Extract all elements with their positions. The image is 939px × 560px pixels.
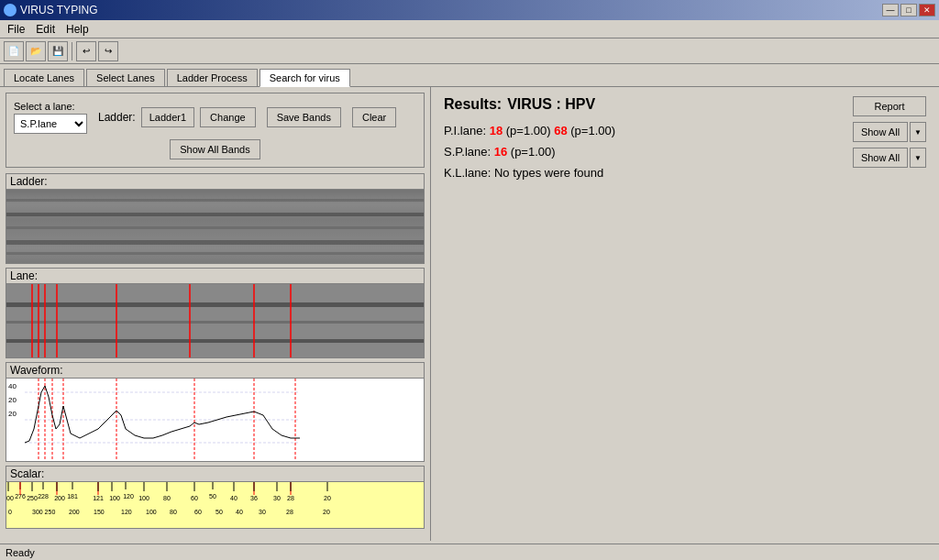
lane-select[interactable]: S.P.lane <box>14 114 87 134</box>
waveform-section: Waveform: 40 20 20 <box>6 362 425 462</box>
controls-area: Select a lane: S.P.lane Ladder: Ladder1 … <box>6 93 425 168</box>
results-title: Results: <box>444 96 502 113</box>
svg-text:150: 150 <box>94 509 105 515</box>
ladder-group: Ladder: Ladder1 Change <box>98 107 256 127</box>
svg-text:200: 200 <box>54 495 65 501</box>
kl-lane-label: K.L.lane: <box>444 166 491 180</box>
svg-text:100: 100 <box>138 495 149 501</box>
svg-text:250: 250 <box>27 495 38 501</box>
scalar-section: Scalar: 300 276 <box>6 466 425 529</box>
minimize-button[interactable]: — <box>882 4 899 16</box>
show-all-dropdown-1[interactable]: ▼ <box>910 122 926 142</box>
svg-rect-9 <box>6 339 424 343</box>
scalar-section-label: Scalar: <box>6 467 424 482</box>
waveform-content: 40 20 20 <box>6 379 424 461</box>
ladder-section: Ladder: <box>6 173 425 264</box>
pl-p1: (p=1.00) <box>506 124 551 137</box>
menu-edit[interactable]: Edit <box>30 21 61 38</box>
kl-text: No types were found <box>494 166 603 180</box>
toolbar: 📄 📂 💾 ↩ ↪ <box>0 38 939 64</box>
tab-locate-lanes[interactable]: Locate Lanes <box>4 69 84 86</box>
svg-text:200: 200 <box>69 509 80 515</box>
ladder-value: Ladder1 <box>141 107 194 127</box>
window-controls: — □ ✕ <box>882 4 935 16</box>
svg-text:20: 20 <box>323 509 330 515</box>
svg-rect-5 <box>6 252 424 255</box>
wf-label-20: 20 <box>6 396 17 404</box>
select-lane-label: Select a lane: <box>14 101 87 112</box>
toolbar-new[interactable]: 📄 <box>4 41 24 61</box>
svg-text:60: 60 <box>191 495 198 501</box>
svg-text:28: 28 <box>287 495 294 501</box>
svg-text:80: 80 <box>170 509 177 515</box>
main-content: Select a lane: S.P.lane Ladder: Ladder1 … <box>0 87 939 541</box>
toolbar-undo[interactable]: ↩ <box>76 41 96 61</box>
svg-rect-8 <box>6 321 424 324</box>
tab-search-for-virus[interactable]: Search for virus <box>260 69 350 87</box>
change-button[interactable]: Change <box>200 107 256 127</box>
svg-text:300 250: 300 250 <box>32 509 55 515</box>
sp-val: 16 <box>494 145 507 159</box>
menu-help[interactable]: Help <box>61 21 94 38</box>
toolbar-separator <box>72 42 72 60</box>
wf-label-40: 40 <box>6 382 17 390</box>
status-bar: Ready <box>0 544 939 560</box>
svg-rect-2 <box>6 213 424 216</box>
tabs-bar: Locate Lanes Select Lanes Ladder Process… <box>0 64 939 87</box>
toolbar-redo[interactable]: ↪ <box>98 41 118 61</box>
lane-selector-group: Select a lane: S.P.lane <box>14 101 87 134</box>
svg-text:28: 28 <box>286 509 293 515</box>
show-all-button-2[interactable]: Show All <box>853 148 908 168</box>
ladder-image <box>6 190 424 263</box>
right-buttons-area: Report Show All ▼ Show All ▼ <box>853 96 926 168</box>
svg-text:40: 40 <box>230 495 238 501</box>
close-button[interactable]: ✕ <box>919 4 935 16</box>
maximize-button[interactable]: □ <box>900 4 917 16</box>
svg-text:30: 30 <box>259 509 266 515</box>
svg-text:300: 300 <box>6 495 14 501</box>
pl-val1: 18 <box>490 124 503 137</box>
svg-text:120: 120 <box>123 493 134 500</box>
svg-text:40: 40 <box>236 509 243 515</box>
kl-lane-result: K.L.lane: No types were found <box>444 166 926 180</box>
svg-text:50: 50 <box>215 509 223 515</box>
sp-p: (p=1.00) <box>511 145 556 159</box>
svg-rect-7 <box>6 302 424 307</box>
toolbar-save[interactable]: 💾 <box>48 41 68 61</box>
svg-text:60: 60 <box>194 509 202 515</box>
show-all-dropdown-2[interactable]: ▼ <box>910 148 926 168</box>
tab-select-lanes[interactable]: Select Lanes <box>86 69 165 86</box>
window-title: VIRUS TYPING <box>20 4 97 16</box>
ladder-section-label: Ladder: <box>6 174 424 190</box>
svg-text:30: 30 <box>273 495 281 501</box>
menu-file[interactable]: File <box>2 21 30 38</box>
right-panel: Report Show All ▼ Show All ▼ Results: VI… <box>431 87 939 541</box>
svg-rect-29 <box>6 482 424 528</box>
svg-text:80: 80 <box>163 495 171 501</box>
pl-p2: (p=1.00) <box>570 124 615 137</box>
title-bar: VIRUS TYPING — □ ✕ <box>0 0 939 20</box>
show-all-bands-button[interactable]: Show All Bands <box>170 139 260 159</box>
svg-text:20: 20 <box>324 495 331 501</box>
wf-label-0: 20 <box>6 410 17 418</box>
svg-rect-4 <box>6 240 424 245</box>
svg-text:228: 228 <box>38 493 49 500</box>
toolbar-open[interactable]: 📂 <box>26 41 46 61</box>
app-icon <box>4 4 17 16</box>
svg-text:50: 50 <box>209 493 216 500</box>
sp-lane-label: S.P.lane: <box>444 145 491 159</box>
show-all-button-1[interactable]: Show All <box>853 122 908 142</box>
scalar-content: 300 276 250 228 <box>6 482 424 528</box>
pl-lane-label: P.I.lane: <box>444 124 486 137</box>
left-panel: Select a lane: S.P.lane Ladder: Ladder1 … <box>0 87 431 541</box>
report-button[interactable]: Report <box>853 96 926 116</box>
svg-text:181: 181 <box>67 493 78 500</box>
svg-text:120: 120 <box>121 509 132 515</box>
show-all-row-2: Show All ▼ <box>853 148 926 168</box>
tab-ladder-process[interactable]: Ladder Process <box>167 69 258 86</box>
lane-image <box>6 284 424 357</box>
lane-section-label: Lane: <box>6 269 424 284</box>
clear-button[interactable]: Clear <box>352 107 396 127</box>
svg-text:36: 36 <box>250 495 258 501</box>
save-bands-button[interactable]: Save Bands <box>267 107 341 127</box>
